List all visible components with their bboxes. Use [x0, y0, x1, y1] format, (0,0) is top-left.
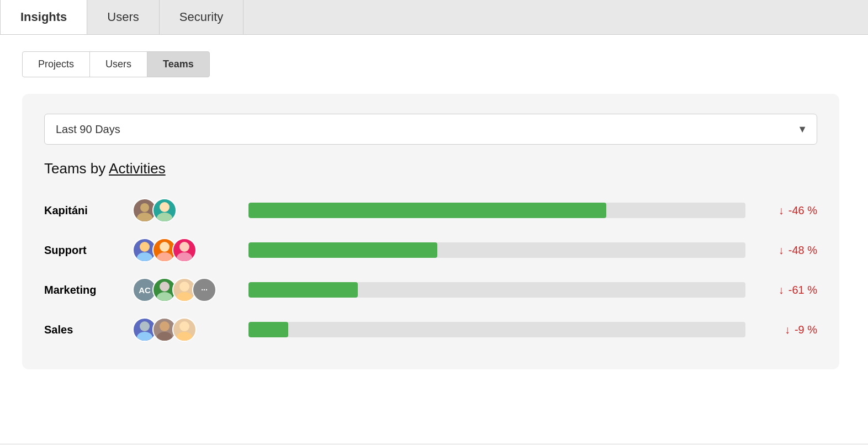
svg-point-7	[157, 252, 172, 261]
team-name-support: Support	[44, 244, 133, 257]
svg-point-18	[179, 321, 189, 331]
team-bar-fill-support	[248, 242, 437, 258]
date-range-container: Last 7 DaysLast 30 DaysLast 90 DaysLast …	[44, 114, 817, 145]
section-title-prefix: Teams by	[44, 160, 109, 177]
svg-point-16	[160, 321, 170, 331]
svg-point-12	[179, 282, 189, 292]
tab-insights[interactable]: Insights	[0, 0, 87, 34]
svg-point-19	[177, 332, 192, 341]
arrow-down-icon: ↓	[779, 204, 784, 217]
svg-point-14	[140, 321, 150, 331]
svg-point-10	[160, 282, 170, 292]
date-range-wrapper: Last 7 DaysLast 30 DaysLast 90 DaysLast …	[44, 114, 817, 145]
svg-point-15	[137, 332, 152, 341]
svg-point-11	[157, 292, 172, 301]
team-row: Kapitáni	[44, 190, 817, 230]
svg-point-1	[137, 213, 152, 221]
teams-list: Kapitáni	[44, 190, 817, 349]
team-row: Sales	[44, 310, 817, 349]
team-avatars-marketing: AC ···	[133, 278, 221, 302]
svg-point-4	[140, 242, 150, 252]
sub-tab-teams[interactable]: Teams	[147, 51, 210, 77]
team-bar-fill-kapitani	[248, 203, 606, 218]
team-name-kapitani: Kapitáni	[44, 204, 133, 217]
percent-value: -46 %	[788, 204, 817, 217]
team-percent-kapitani: ↓ -46 %	[756, 204, 817, 217]
team-name-marketing: Marketing	[44, 284, 133, 296]
section-title-link[interactable]: Activities	[109, 160, 166, 177]
svg-point-17	[157, 332, 172, 341]
svg-point-9	[177, 252, 192, 261]
more-avatars-icon: ···	[192, 278, 216, 302]
team-percent-sales: ↓ -9 %	[756, 324, 817, 336]
svg-point-6	[160, 242, 170, 252]
svg-point-5	[137, 252, 152, 261]
svg-point-0	[140, 203, 149, 212]
svg-point-8	[179, 242, 189, 252]
team-avatars-support	[133, 238, 221, 262]
team-bar-container-sales	[248, 322, 745, 337]
svg-point-3	[157, 213, 172, 221]
sub-tab-projects[interactable]: Projects	[22, 51, 90, 77]
tab-users[interactable]: Users	[87, 0, 159, 34]
team-row: Marketing AC ··	[44, 270, 817, 310]
team-percent-support: ↓ -48 %	[756, 244, 817, 257]
top-tabs-bar: Insights Users Security	[0, 0, 868, 35]
tab-security[interactable]: Security	[160, 0, 244, 34]
team-bar-fill-marketing	[248, 282, 358, 298]
arrow-down-icon: ↓	[779, 284, 784, 296]
team-bar-fill-sales	[248, 322, 288, 337]
team-bar-container-support	[248, 242, 745, 258]
svg-point-2	[160, 202, 170, 212]
arrow-down-icon: ↓	[779, 244, 784, 257]
team-row: Support	[44, 230, 817, 270]
team-avatars-sales	[133, 317, 221, 342]
svg-point-13	[177, 292, 192, 301]
team-bar-container-kapitani	[248, 203, 745, 218]
team-bar-container-marketing	[248, 282, 745, 298]
main-content: Projects Users Teams Last 7 DaysLast 30 …	[0, 35, 868, 443]
avatar	[172, 238, 197, 262]
sub-tabs-bar: Projects Users Teams	[22, 51, 846, 77]
team-name-sales: Sales	[44, 324, 133, 336]
percent-value: -9 %	[795, 324, 817, 336]
section-title: Teams by Activities	[44, 160, 817, 177]
percent-value: -61 %	[788, 284, 817, 296]
team-avatars-kapitani	[133, 198, 221, 223]
sub-tab-users[interactable]: Users	[89, 51, 147, 77]
avatar	[172, 317, 197, 342]
percent-value: -48 %	[788, 244, 817, 257]
avatar	[152, 198, 177, 223]
teams-card: Last 7 DaysLast 30 DaysLast 90 DaysLast …	[22, 94, 839, 369]
team-percent-marketing: ↓ -61 %	[756, 284, 817, 296]
arrow-down-icon: ↓	[785, 324, 790, 336]
date-range-select[interactable]: Last 7 DaysLast 30 DaysLast 90 DaysLast …	[44, 114, 817, 145]
